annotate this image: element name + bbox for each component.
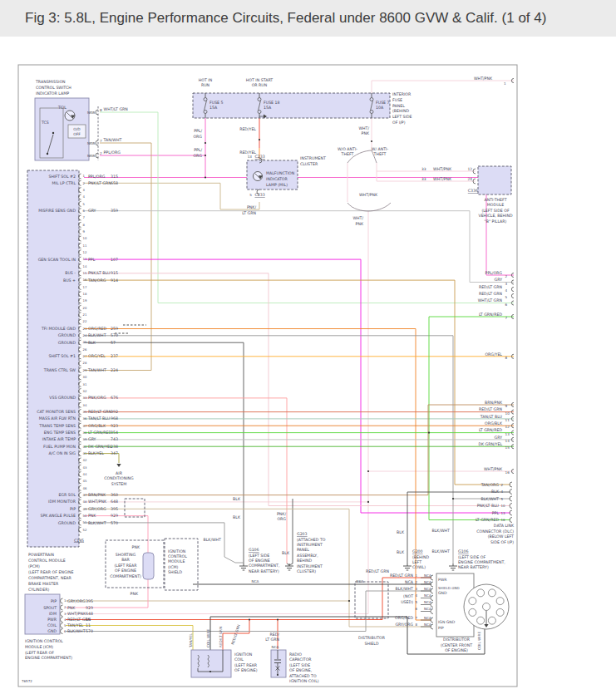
w-anti-theft: W/ ANTI-	[372, 147, 389, 151]
dist-pin-number: 4	[416, 593, 418, 598]
wire-pnkltblu	[84, 273, 510, 506]
arrowhead	[116, 464, 121, 467]
pcm-pin-number: 50	[83, 514, 87, 518]
tcs-pin-number: 2	[100, 151, 102, 155]
ground-desc: COWL)	[412, 565, 426, 569]
pcm-pin-number: 41	[83, 451, 87, 455]
tcs-pin-wire: WHT/LT GRN	[104, 107, 129, 111]
icm-shield-label: CONTROL	[168, 554, 187, 559]
ground-desc: PANEL	[297, 548, 309, 552]
pcm-pin-number: 52	[83, 528, 87, 532]
radio-capacitor-label: (LEFT SIDE	[289, 663, 310, 667]
exit-number: 8	[505, 356, 508, 360]
pcm-pin-ckt: 392	[111, 410, 118, 414]
junction-dot	[205, 176, 206, 178]
pcm-pin-number: 18	[83, 292, 87, 296]
pcm-pin-name: MASS AIR FLW RTN	[39, 416, 76, 421]
pcm-label: CYLINDER)	[28, 588, 49, 592]
dist-pin-nca: NCA	[424, 607, 431, 611]
dist-pin-wire: ORG/RED	[395, 616, 413, 620]
label: BLK/WHT	[431, 549, 450, 554]
pcm-pin-number: 36	[83, 416, 87, 421]
junction-dot	[259, 139, 260, 140]
pcm-pin-ckt: 929	[111, 514, 118, 518]
shield-dashed-box	[125, 499, 145, 517]
label: BLK	[233, 515, 241, 519]
exit-wire: BRN/PNK	[485, 401, 503, 405]
pcm-pin-name: CAT MONITOR SENS	[37, 410, 76, 414]
dist-fn-label: PIP	[438, 626, 444, 630]
dlc-pin-wire: BLK/WHT	[480, 497, 499, 501]
dlc-pin-number: 10	[501, 504, 506, 508]
shorting-bar-label: BAR	[121, 558, 130, 562]
pcm-pin-number: 47	[83, 493, 87, 497]
ground-desc: BEHIND	[297, 559, 313, 563]
pcm-pin-number: 16	[83, 278, 87, 282]
pcm-pin-wire: PPL/ORG	[88, 175, 106, 179]
merge-brace	[347, 203, 391, 211]
anti-theft-module-label: ANTI-THEFT	[484, 198, 506, 202]
dist-pin-number: 3	[416, 587, 418, 591]
pcm-pin-number: 7	[83, 215, 86, 219]
label: NCA	[357, 579, 364, 583]
icm-pin-wire: GRY/ORG	[67, 599, 86, 603]
hot-in-run: HOT IN	[199, 78, 213, 82]
ignition-coil-box	[191, 650, 231, 677]
exit-wire: LT GRN/RED	[479, 313, 503, 317]
label: TAN/YEL	[189, 632, 193, 648]
dist-pin-nca: NCA	[424, 623, 431, 627]
pcm-pin-ckt: 395	[111, 507, 118, 511]
dist-pin-nca: NCA	[424, 600, 431, 604]
instrument-cluster-label: CLUSTER	[300, 162, 318, 166]
connector-arc	[61, 598, 63, 603]
ground-desc: ENGINE COMPARTMENT,	[458, 560, 505, 564]
pcm-pin-wire: PPL	[88, 258, 96, 262]
pcm-pin-name: INTAKE AIR TEMP	[42, 437, 76, 441]
cluster-conn_bot: C233	[255, 193, 265, 197]
pcm-pin-ckt: 107	[111, 258, 118, 262]
pcm-pin-wire: PNK/LT BLU	[88, 271, 111, 275]
fuse-label: 15A	[209, 106, 218, 110]
connector-arc	[61, 612, 63, 617]
connector-arc	[96, 140, 98, 145]
pcm-pin-ckt: 923	[111, 424, 118, 428]
pcm-pin-number: 13	[83, 257, 87, 261]
pcm-pin-name: SHIFT SOL #2	[48, 175, 76, 179]
pcm-pin-number: 24	[83, 333, 87, 337]
ground-desc: CLUSTER)	[297, 569, 316, 573]
junction-dot	[348, 600, 350, 602]
ground-name: G106	[249, 548, 259, 552]
junction-dot	[47, 153, 48, 155]
pcm-pin-name: GEN SCAN TOOL IN	[38, 258, 76, 262]
pcm-pin-ckt: 224	[111, 368, 118, 372]
icm-pin-ckt: 395	[86, 599, 93, 603]
pcm-pin-ckt: 360	[111, 493, 118, 497]
pcm-pin-number: 43	[83, 465, 87, 470]
dlc-pin-wire: TAN/ORG	[480, 483, 500, 487]
wo-anti-theft: W/O ANTI-	[338, 147, 357, 151]
pcm-pin-name: BUS -	[65, 271, 76, 275]
radio-capacitor-label: CAPACITOR	[289, 657, 312, 662]
exit-wire: TAN/LT BLU	[480, 415, 503, 419]
pcm-pin-wire: GRY	[88, 437, 96, 441]
connector-arc	[511, 287, 514, 291]
pcm-pin-number: 32	[83, 389, 87, 393]
pcm-pin-number: 10	[83, 236, 87, 240]
pcm-pin-ckt: 259	[111, 327, 118, 331]
pcm-pin-ckt: 648	[111, 500, 118, 504]
tcs-pin-number: 7	[100, 139, 102, 143]
dlc-pin-wire: PPL	[492, 511, 500, 515]
cluster-pin_top: 13	[248, 155, 253, 159]
ground-desc: (BEHIND	[412, 555, 429, 559]
radio-capacitor-box	[271, 650, 286, 677]
pcm-pin-number: 46	[83, 486, 87, 490]
wire-whtltgrn	[100, 112, 514, 303]
dlc-label: CONNECTOR (DLC)	[476, 529, 514, 534]
label: BLK	[233, 497, 241, 501]
label: PNK	[132, 545, 140, 549]
pcm-pin-wire: TAN/ORG	[87, 278, 106, 283]
ground-desc: INSTRUMENT	[297, 564, 323, 568]
mil-label: INDICATOR	[266, 177, 288, 181]
radio-capacitor-label: OF ENGINE,	[289, 668, 313, 672]
distributor-shield-label: DISTRIBUTOR	[358, 636, 386, 640]
